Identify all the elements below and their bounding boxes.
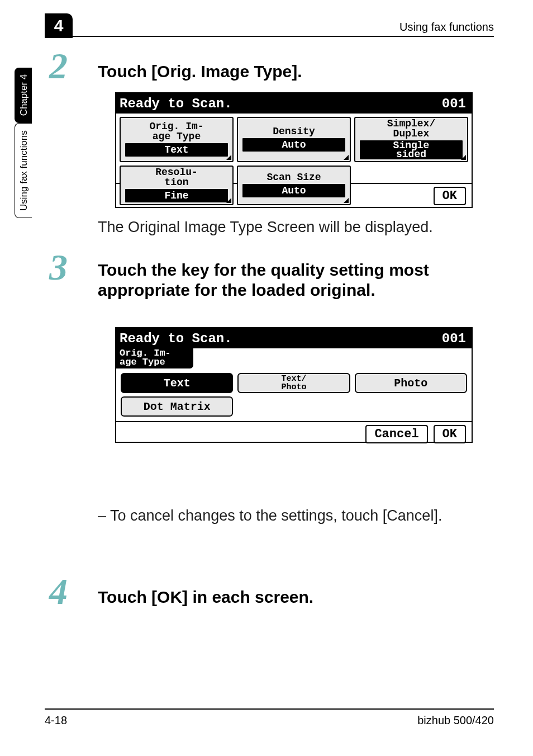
cancel-button[interactable]: Cancel xyxy=(365,425,427,443)
lcd2-header: Ready to Scan. 001 xyxy=(116,328,472,348)
lcd2-subheader: Orig. Im- age Type xyxy=(116,348,194,370)
page-number: 4-18 xyxy=(45,714,67,727)
lcd1-header: Ready to Scan. 001 xyxy=(116,93,472,114)
option-photo[interactable]: Photo xyxy=(355,373,467,393)
resolution-value: Fine xyxy=(125,189,228,202)
softkey-corner-icon xyxy=(344,155,349,160)
lcd2-counter: 001 xyxy=(442,331,466,346)
ok-button[interactable]: OK xyxy=(434,425,466,443)
density-value: Auto xyxy=(242,138,345,152)
page-header: Using fax functions xyxy=(45,19,494,37)
simplex-duplex-softkey[interactable]: Simplex/Duplex Single sided xyxy=(354,117,468,162)
step-number-2: 2 xyxy=(49,45,68,87)
simplex-label-line2: Duplex xyxy=(393,128,430,139)
softkey-corner-icon xyxy=(461,155,466,160)
option-text-photo[interactable]: Text/Photo xyxy=(237,373,350,393)
body-pre: The xyxy=(98,219,128,235)
step-heading-2: Touch [Orig. Image Type]. xyxy=(98,62,488,82)
softkey-corner-icon xyxy=(226,198,231,203)
step-number-3: 3 xyxy=(49,246,68,289)
resolu-label-line1: Resolu- xyxy=(155,167,198,178)
lcd2-title: Ready to Scan. xyxy=(120,331,232,346)
body-text-display: The Original Image Type Screen will be d… xyxy=(98,217,488,237)
scan-size-label: Scan Size xyxy=(265,172,322,183)
lcd2-sub-line2: age Type xyxy=(120,357,165,367)
side-tab-chapter: Chapter 4 xyxy=(15,68,32,124)
side-tab-section: Using fax functions xyxy=(15,123,32,218)
resolution-softkey[interactable]: Resolu-tion Fine xyxy=(120,166,234,205)
body-text-cancel: – To cancel changes to the settings, tou… xyxy=(98,505,488,526)
resolu-label-line2: tion xyxy=(164,177,188,188)
step-number-4: 4 xyxy=(49,570,68,613)
orig-label-line1: Orig. Im- xyxy=(149,121,203,132)
body-post: Screen will be displayed. xyxy=(263,219,433,235)
page-header-title: Using fax functions xyxy=(399,21,494,34)
orig-label-line2: age Type xyxy=(153,131,201,142)
lcd-screenshot-image-type: Ready to Scan. 001 Orig. Im- age Type Te… xyxy=(115,327,473,443)
product-name: bizhub 500/420 xyxy=(417,714,494,727)
lcd-screenshot-scan-settings: Ready to Scan. 001 Orig. Im-age Type Tex… xyxy=(115,92,473,208)
option-dot-matrix[interactable]: Dot Matrix xyxy=(121,396,233,417)
orig-image-type-softkey[interactable]: Orig. Im-age Type Text xyxy=(120,117,234,162)
scan-size-softkey[interactable]: Scan Size Auto xyxy=(237,166,351,205)
step-heading-4: Touch [OK] in each screen. xyxy=(98,587,488,607)
density-label: Density xyxy=(272,126,316,137)
lcd1-title: Ready to Scan. xyxy=(120,96,232,111)
lcd2-bottom-bar: Cancel OK xyxy=(116,421,472,446)
option-text[interactable]: Text xyxy=(121,373,233,393)
side-tabs: Using fax functions Chapter 4 xyxy=(15,68,32,218)
step-heading-3: Touch the key for the quality setting mo… xyxy=(98,260,488,300)
lcd1-counter: 001 xyxy=(442,96,466,111)
softkey-corner-icon xyxy=(344,198,349,203)
density-softkey[interactable]: Density Auto xyxy=(237,117,351,162)
body-osd: Original Image Type xyxy=(128,219,263,235)
empty-softkey xyxy=(354,166,468,205)
option-text-photo-line2: Photo xyxy=(281,382,306,392)
orig-value: Text xyxy=(125,143,228,157)
page-footer: 4-18 bizhub 500/420 xyxy=(45,708,494,727)
simplex-label-line1: Simplex/ xyxy=(387,118,435,129)
simplex-value-line2: sided xyxy=(396,149,426,160)
scan-size-value: Auto xyxy=(242,184,345,197)
softkey-corner-icon xyxy=(226,155,231,160)
